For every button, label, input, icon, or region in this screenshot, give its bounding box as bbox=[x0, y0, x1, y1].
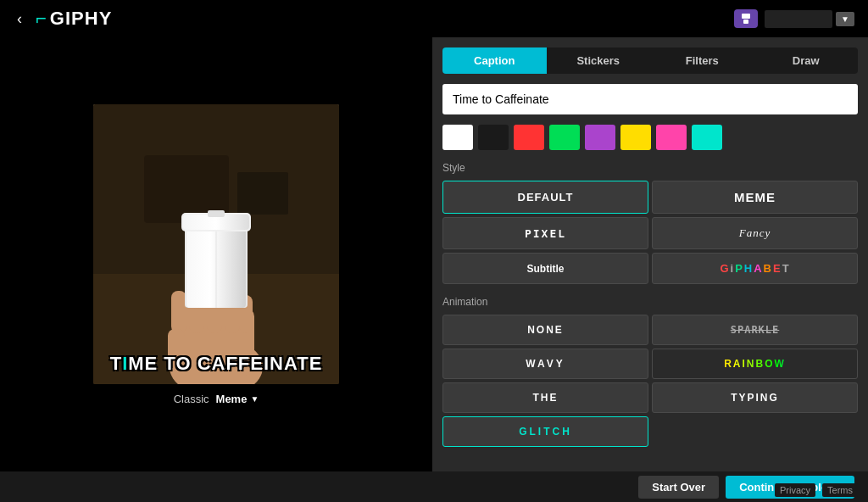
svg-rect-8 bbox=[171, 291, 186, 333]
editor-panel: Caption Stickers Filters Draw Style DEFA… bbox=[432, 37, 868, 471]
meme-select-text: Meme bbox=[216, 393, 248, 405]
tab-filters[interactable]: Filters bbox=[650, 47, 754, 74]
anim-btn-typing[interactable]: TYPING bbox=[652, 382, 858, 413]
alpha-b: B bbox=[764, 262, 772, 275]
color-swatch-purple[interactable] bbox=[585, 125, 615, 150]
logo: ⌐ GIPHY bbox=[36, 8, 112, 30]
anim-btn-sparkle[interactable]: SPARKLE bbox=[652, 315, 858, 345]
style-section-label: Style bbox=[442, 162, 858, 174]
header-left: ‹ ⌐ GIPHY bbox=[14, 7, 112, 31]
alpha-t: T bbox=[782, 262, 790, 275]
style-label: Classic bbox=[174, 393, 209, 405]
svg-rect-1 bbox=[743, 20, 748, 24]
privacy-link[interactable]: Privacy bbox=[775, 483, 815, 497]
header-right: ▼ bbox=[734, 9, 854, 28]
color-swatch-yellow[interactable] bbox=[620, 125, 651, 150]
color-swatch-cyan[interactable] bbox=[692, 125, 722, 150]
gif-preview: TiME TO CAFFEINATE bbox=[93, 104, 339, 384]
color-swatch-pink[interactable] bbox=[656, 125, 687, 150]
terms-link[interactable]: Terms bbox=[822, 483, 858, 497]
dropdown-arrow-button[interactable]: ▼ bbox=[836, 12, 854, 26]
logo-icon: ⌐ bbox=[36, 9, 47, 28]
tab-stickers[interactable]: Stickers bbox=[547, 47, 651, 74]
start-over-button[interactable]: Start Over bbox=[638, 476, 719, 499]
tab-draw[interactable]: Draw bbox=[754, 47, 859, 74]
alpha-i: i bbox=[731, 262, 735, 275]
color-swatches bbox=[442, 125, 858, 150]
anim-btn-glitch[interactable]: GLITCH bbox=[442, 416, 648, 447]
header: ‹ ⌐ GIPHY ▼ bbox=[0, 0, 868, 37]
alpha-a: A bbox=[754, 262, 762, 275]
style-btn-default[interactable]: DEFAULT bbox=[442, 181, 648, 214]
meme-chevron-icon: ▼ bbox=[250, 394, 259, 404]
tab-caption[interactable]: Caption bbox=[442, 47, 547, 74]
style-grid: DEFAULT MEME PIXEL Fancy Subtitle G i P … bbox=[442, 181, 858, 284]
anim-btn-wavy[interactable]: WAVY bbox=[442, 349, 648, 379]
anim-btn-rainbow[interactable]: RAINBOW bbox=[652, 349, 858, 379]
animation-grid: NONE SPARKLE WAVY RAINBOW THE TYPING GLI… bbox=[442, 315, 858, 447]
alpha-g: G bbox=[720, 262, 729, 275]
style-btn-fancy[interactable]: Fancy bbox=[652, 217, 858, 249]
svg-rect-23 bbox=[208, 210, 225, 217]
alpha-p: P bbox=[735, 262, 743, 275]
bottom-bar: Start Over Continue to Upload bbox=[0, 471, 868, 502]
svg-rect-5 bbox=[237, 172, 288, 215]
style-btn-subtitle[interactable]: Subtitle bbox=[442, 253, 648, 284]
color-swatch-black[interactable] bbox=[478, 125, 509, 150]
style-btn-meme[interactable]: MEME bbox=[652, 181, 858, 214]
style-btn-alphabet[interactable]: G i P H A B E T bbox=[652, 253, 858, 284]
user-avatar bbox=[734, 9, 758, 28]
style-btn-pixel[interactable]: PIXEL bbox=[442, 217, 648, 249]
footer-links: Privacy Terms bbox=[775, 483, 858, 497]
color-swatch-red[interactable] bbox=[514, 125, 544, 150]
caption-overlay: TiME TO CAFFEINATE bbox=[93, 353, 339, 375]
gif-background: TiME TO CAFFEINATE bbox=[93, 104, 339, 384]
back-button[interactable]: ‹ bbox=[14, 7, 25, 31]
alpha-h: H bbox=[744, 262, 753, 275]
alpha-e: E bbox=[773, 262, 782, 275]
meme-select[interactable]: Meme ▼ bbox=[216, 393, 259, 405]
color-swatch-white[interactable] bbox=[442, 125, 473, 150]
color-swatch-green[interactable] bbox=[549, 125, 580, 150]
user-dropdown: ▼ bbox=[765, 10, 854, 28]
meme-controls: Classic Meme ▼ bbox=[174, 393, 259, 405]
anim-btn-none[interactable]: NONE bbox=[442, 315, 648, 345]
anim-btn-the[interactable]: THE bbox=[442, 382, 648, 413]
main-content: TiME TO CAFFEINATE Classic Meme ▼ Captio… bbox=[0, 37, 868, 471]
preview-panel: TiME TO CAFFEINATE Classic Meme ▼ bbox=[0, 37, 432, 471]
user-name-input[interactable] bbox=[765, 10, 832, 28]
svg-rect-0 bbox=[742, 14, 750, 19]
tab-bar: Caption Stickers Filters Draw bbox=[442, 47, 858, 74]
animation-section-label: Animation bbox=[442, 296, 858, 308]
caption-input[interactable] bbox=[442, 84, 858, 114]
logo-text: GIPHY bbox=[50, 8, 112, 30]
